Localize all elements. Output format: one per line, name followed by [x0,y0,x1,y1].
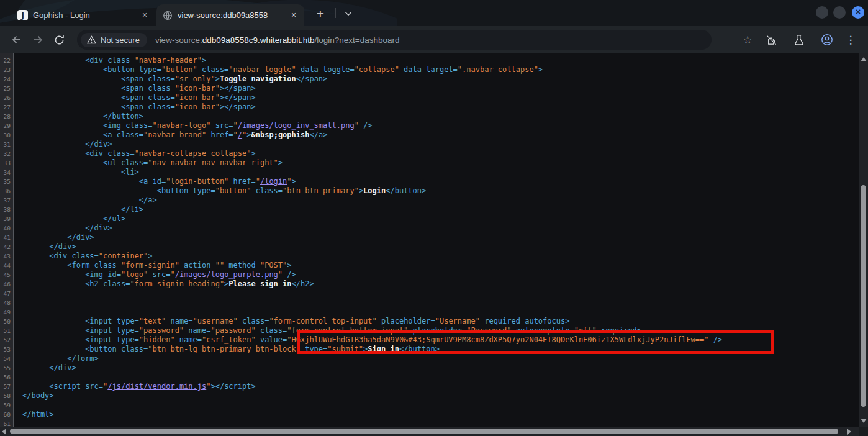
line-code: </ul> [14,214,125,224]
back-arrow-icon [11,34,23,46]
line-number: 31 [0,140,14,149]
line-code [14,289,22,298]
line-number: 33 [0,158,14,168]
line-number: 26 [0,93,14,102]
scroll-down-arrow-icon[interactable] [861,419,867,423]
line-code: </div> [14,363,76,373]
line-code: </div> [14,242,76,252]
window-maximize-button[interactable] [833,6,846,19]
profile-button[interactable] [817,30,837,50]
line-code: </div> [14,233,94,242]
source-line: 47 [0,289,722,298]
line-code: <button class="btn btn-lg btn-primary bt… [14,345,440,354]
url-scheme: view-source: [155,35,202,45]
line-code: </div> [14,140,112,149]
line-number: 48 [0,298,14,307]
line-number: 56 [0,373,14,382]
line-code: <button type="button" class="navbar-togg… [14,65,543,75]
source-line: 28 </button> [0,112,722,121]
source-line: 58</body> [0,391,722,401]
vertical-scroll-thumb[interactable] [861,185,866,407]
forward-button[interactable] [27,29,48,50]
source-line: 42 </div> [0,242,722,252]
source-line: 36 <button type="button" class="btn btn-… [0,186,722,196]
line-number: 35 [0,177,14,186]
url-path: /login?next=dashboard [315,35,400,45]
source-line: 37 </a> [0,196,722,205]
scroll-up-arrow-icon[interactable] [861,57,867,61]
extensions-disabled-button[interactable] [761,30,781,50]
line-number: 51 [0,326,14,335]
tab-close-icon[interactable]: × [288,10,299,21]
browser-window: { "window": { "tabs": [ {"title": "Gophi… [0,0,868,436]
source-lines: 22 <div class="navbar-header">23 <button… [0,56,722,429]
line-code [14,401,22,410]
source-line: 51 <input type="password" name="password… [0,326,722,335]
bookmark-star-button[interactable]: ☆ [738,30,757,50]
tab-view-source[interactable]: view-source:ddb09a8558 × [156,4,304,26]
source-line: 25 <span class="icon-bar"></span> [0,84,722,93]
line-code: <a id="login-button" href="/login"> [14,177,296,186]
tab-strip-separator [335,8,336,18]
line-number: 27 [0,102,14,112]
line-code: </a> [14,196,157,205]
line-number: 54 [0,354,14,363]
source-line: 44 <form class="form-signin" action="" m… [0,261,722,270]
forward-arrow-icon [32,34,44,46]
source-line: 30 <a class="navbar-brand" href="/">&nbs… [0,130,722,140]
line-number: 57 [0,382,14,391]
window-close-button[interactable]: × [852,6,864,19]
source-line: 49 [0,307,722,317]
line-number: 41 [0,233,14,242]
line-code: </body> [14,391,54,401]
source-line: 27 <span class="icon-bar"></span> [0,102,722,112]
source-line: 22 <div class="navbar-header"> [0,56,722,65]
source-line: 26 <span class="icon-bar"></span> [0,93,722,102]
line-code: <div class="navbar-header"> [14,56,206,65]
line-code: <span class="icon-bar"></span> [14,84,256,93]
star-icon: ☆ [743,34,752,47]
line-code: <li> [14,168,139,177]
source-line: 52 <input type="hidden" name="csrf_token… [0,335,722,345]
tab-title: Gophish - Login [33,11,134,20]
line-code: <span class="icon-bar"></span> [14,102,256,112]
line-code: <span class="sr-only">Toggle navigation<… [14,75,327,84]
toolbar-separator [813,34,813,45]
reload-button[interactable] [48,29,70,50]
tab-gophish-login[interactable]: J Gophish - Login × [11,4,155,26]
source-line: 45 <img id="logo" src="/images/logo_purp… [0,270,722,279]
address-bar[interactable]: Not secure view-source:ddb09a8558c9.whit… [77,30,712,50]
line-number: 45 [0,270,14,279]
line-code: <div class="navbar-collapse collapse"> [14,149,256,158]
gophish-logo-icon: J [17,10,28,20]
source-line: 59 [0,401,722,410]
line-number: 43 [0,252,14,261]
new-tab-button[interactable]: + [312,6,328,22]
source-line: 29 <img class="navbar-logo" src="/images… [0,121,722,130]
line-code: <div class="container"> [14,252,153,261]
source-line: 48 [0,298,722,307]
line-number: 36 [0,186,14,196]
labs-flask-button[interactable] [789,30,809,50]
source-line: 53 <button class="btn btn-lg btn-primary… [0,345,722,354]
line-number: 29 [0,121,14,130]
source-line: 57 <script src="/js/dist/vendor.min.js">… [0,382,722,391]
line-number: 49 [0,307,14,317]
line-code [14,307,22,317]
scroll-right-arrow-icon[interactable] [847,429,851,435]
source-line: 46 <h2 class="form-signin-heading">Pleas… [0,279,722,289]
horizontal-scroll-thumb[interactable] [10,429,838,434]
line-code: <img class="navbar-logo" src="/images/lo… [14,121,373,130]
scroll-left-arrow-icon[interactable] [2,429,6,435]
tab-bar: J Gophish - Login × view-source:ddb09a85… [0,0,868,26]
reload-icon [53,34,65,46]
menu-kebab-button[interactable]: ⋮ [841,30,861,50]
window-minimize-button[interactable] [816,6,828,19]
tab-close-icon[interactable]: × [139,10,150,21]
vertical-scrollbar[interactable] [859,53,868,427]
security-chip[interactable]: Not secure [81,33,147,47]
horizontal-scrollbar[interactable] [0,427,859,436]
tab-search-chevron-button[interactable] [341,6,356,21]
back-button[interactable] [6,29,27,50]
source-line: 35 <a id="login-button" href="/login"> [0,177,722,186]
